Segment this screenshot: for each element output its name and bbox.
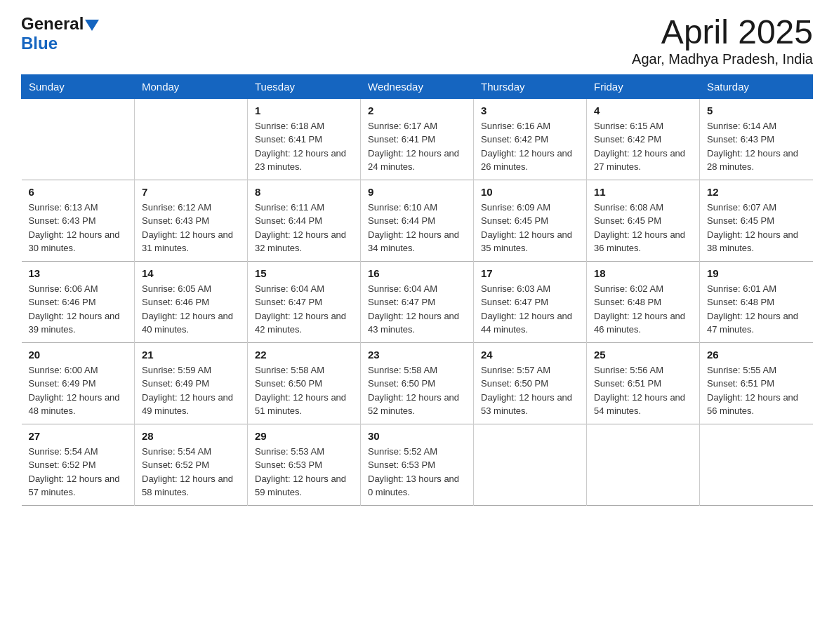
day-number: 12 xyxy=(707,186,806,198)
calendar-cell: 9Sunrise: 6:10 AMSunset: 6:44 PMDaylight… xyxy=(361,180,474,261)
day-info: Sunrise: 6:08 AMSunset: 6:45 PMDaylight:… xyxy=(594,201,692,255)
logo-triangle-icon xyxy=(85,20,99,31)
header-tuesday: Tuesday xyxy=(248,74,361,98)
header-friday: Friday xyxy=(587,74,700,98)
calendar-row: 6Sunrise: 6:13 AMSunset: 6:43 PMDaylight… xyxy=(22,180,813,261)
day-number: 16 xyxy=(368,267,466,279)
page-subtitle: Agar, Madhya Pradesh, India xyxy=(632,51,813,67)
day-info: Sunrise: 6:13 AMSunset: 6:43 PMDaylight:… xyxy=(29,201,128,255)
day-info: Sunrise: 5:59 AMSunset: 6:49 PMDaylight:… xyxy=(142,363,240,418)
calendar-cell: 11Sunrise: 6:08 AMSunset: 6:45 PMDayligh… xyxy=(587,180,700,261)
day-number: 27 xyxy=(29,430,128,442)
logo: General Blue xyxy=(21,14,99,53)
header-sunday: Sunday xyxy=(22,74,135,98)
day-info: Sunrise: 6:01 AMSunset: 6:48 PMDaylight:… xyxy=(707,282,806,337)
calendar-cell: 5Sunrise: 6:14 AMSunset: 6:43 PMDaylight… xyxy=(700,98,813,180)
calendar-cell: 7Sunrise: 6:12 AMSunset: 6:43 PMDaylight… xyxy=(135,180,248,261)
day-number: 30 xyxy=(368,430,466,442)
calendar-cell: 3Sunrise: 6:16 AMSunset: 6:42 PMDaylight… xyxy=(474,98,587,180)
calendar-cell xyxy=(474,424,587,505)
day-number: 9 xyxy=(368,186,466,198)
day-info: Sunrise: 6:17 AMSunset: 6:41 PMDaylight:… xyxy=(368,119,466,174)
calendar-cell: 25Sunrise: 5:56 AMSunset: 6:51 PMDayligh… xyxy=(587,342,700,424)
calendar-cell: 26Sunrise: 5:55 AMSunset: 6:51 PMDayligh… xyxy=(700,342,813,424)
day-info: Sunrise: 6:07 AMSunset: 6:45 PMDaylight:… xyxy=(707,201,806,255)
calendar-cell: 1Sunrise: 6:18 AMSunset: 6:41 PMDaylight… xyxy=(248,98,361,180)
day-number: 7 xyxy=(142,186,240,198)
day-info: Sunrise: 5:52 AMSunset: 6:53 PMDaylight:… xyxy=(368,445,466,499)
calendar-cell: 18Sunrise: 6:02 AMSunset: 6:48 PMDayligh… xyxy=(587,261,700,342)
calendar-cell: 6Sunrise: 6:13 AMSunset: 6:43 PMDaylight… xyxy=(22,180,135,261)
calendar-cell xyxy=(22,98,135,180)
day-info: Sunrise: 6:02 AMSunset: 6:48 PMDaylight:… xyxy=(594,282,692,337)
calendar-cell xyxy=(135,98,248,180)
day-info: Sunrise: 6:12 AMSunset: 6:43 PMDaylight:… xyxy=(142,201,240,255)
calendar-cell: 29Sunrise: 5:53 AMSunset: 6:53 PMDayligh… xyxy=(248,424,361,505)
day-number: 29 xyxy=(255,430,353,442)
day-info: Sunrise: 6:14 AMSunset: 6:43 PMDaylight:… xyxy=(707,119,806,174)
calendar-cell: 19Sunrise: 6:01 AMSunset: 6:48 PMDayligh… xyxy=(700,261,813,342)
page-title: April 2025 xyxy=(632,14,813,51)
day-info: Sunrise: 5:54 AMSunset: 6:52 PMDaylight:… xyxy=(142,445,240,499)
day-number: 15 xyxy=(255,267,353,279)
calendar-cell: 4Sunrise: 6:15 AMSunset: 6:42 PMDaylight… xyxy=(587,98,700,180)
calendar-body: 1Sunrise: 6:18 AMSunset: 6:41 PMDaylight… xyxy=(22,98,813,505)
calendar-header: Sunday Monday Tuesday Wednesday Thursday… xyxy=(22,74,813,98)
day-number: 22 xyxy=(255,349,353,361)
calendar-cell: 23Sunrise: 5:58 AMSunset: 6:50 PMDayligh… xyxy=(361,342,474,424)
calendar-cell: 21Sunrise: 5:59 AMSunset: 6:49 PMDayligh… xyxy=(135,342,248,424)
calendar-cell: 17Sunrise: 6:03 AMSunset: 6:47 PMDayligh… xyxy=(474,261,587,342)
calendar-cell: 22Sunrise: 5:58 AMSunset: 6:50 PMDayligh… xyxy=(248,342,361,424)
day-info: Sunrise: 6:00 AMSunset: 6:49 PMDaylight:… xyxy=(29,363,128,418)
header-row: Sunday Monday Tuesday Wednesday Thursday… xyxy=(22,74,813,98)
day-number: 19 xyxy=(707,267,806,279)
day-number: 1 xyxy=(255,105,353,116)
calendar-cell: 27Sunrise: 5:54 AMSunset: 6:52 PMDayligh… xyxy=(22,424,135,505)
calendar-row: 13Sunrise: 6:06 AMSunset: 6:46 PMDayligh… xyxy=(22,261,813,342)
day-info: Sunrise: 5:57 AMSunset: 6:50 PMDaylight:… xyxy=(481,363,579,418)
calendar-cell: 12Sunrise: 6:07 AMSunset: 6:45 PMDayligh… xyxy=(700,180,813,261)
page-header: General Blue April 2025 Agar, Madhya Pra… xyxy=(21,14,813,67)
day-info: Sunrise: 6:10 AMSunset: 6:44 PMDaylight:… xyxy=(368,201,466,255)
day-info: Sunrise: 5:54 AMSunset: 6:52 PMDaylight:… xyxy=(29,445,128,499)
day-number: 20 xyxy=(29,349,128,361)
calendar-row: 1Sunrise: 6:18 AMSunset: 6:41 PMDaylight… xyxy=(22,98,813,180)
day-info: Sunrise: 6:03 AMSunset: 6:47 PMDaylight:… xyxy=(481,282,579,337)
calendar-cell xyxy=(587,424,700,505)
calendar-row: 27Sunrise: 5:54 AMSunset: 6:52 PMDayligh… xyxy=(22,424,813,505)
day-number: 17 xyxy=(481,267,579,279)
day-info: Sunrise: 6:06 AMSunset: 6:46 PMDaylight:… xyxy=(29,282,128,337)
day-info: Sunrise: 5:58 AMSunset: 6:50 PMDaylight:… xyxy=(255,363,353,418)
day-info: Sunrise: 6:09 AMSunset: 6:45 PMDaylight:… xyxy=(481,201,579,255)
day-info: Sunrise: 5:53 AMSunset: 6:53 PMDaylight:… xyxy=(255,445,353,499)
day-info: Sunrise: 6:15 AMSunset: 6:42 PMDaylight:… xyxy=(594,119,692,174)
day-number: 21 xyxy=(142,349,240,361)
calendar-cell: 24Sunrise: 5:57 AMSunset: 6:50 PMDayligh… xyxy=(474,342,587,424)
day-number: 4 xyxy=(594,105,692,116)
calendar-cell: 30Sunrise: 5:52 AMSunset: 6:53 PMDayligh… xyxy=(361,424,474,505)
day-number: 11 xyxy=(594,186,692,198)
title-section: April 2025 Agar, Madhya Pradesh, India xyxy=(632,14,813,67)
day-number: 24 xyxy=(481,349,579,361)
day-number: 2 xyxy=(368,105,466,116)
day-number: 8 xyxy=(255,186,353,198)
calendar-cell: 28Sunrise: 5:54 AMSunset: 6:52 PMDayligh… xyxy=(135,424,248,505)
day-info: Sunrise: 6:18 AMSunset: 6:41 PMDaylight:… xyxy=(255,119,353,174)
calendar-cell: 16Sunrise: 6:04 AMSunset: 6:47 PMDayligh… xyxy=(361,261,474,342)
logo-blue-text: Blue xyxy=(21,34,99,53)
day-number: 18 xyxy=(594,267,692,279)
calendar-cell: 8Sunrise: 6:11 AMSunset: 6:44 PMDaylight… xyxy=(248,180,361,261)
day-info: Sunrise: 6:16 AMSunset: 6:42 PMDaylight:… xyxy=(481,119,579,174)
header-monday: Monday xyxy=(135,74,248,98)
calendar-cell: 10Sunrise: 6:09 AMSunset: 6:45 PMDayligh… xyxy=(474,180,587,261)
calendar-table: Sunday Monday Tuesday Wednesday Thursday… xyxy=(21,74,813,506)
day-number: 28 xyxy=(142,430,240,442)
header-thursday: Thursday xyxy=(474,74,587,98)
day-info: Sunrise: 5:56 AMSunset: 6:51 PMDaylight:… xyxy=(594,363,692,418)
day-info: Sunrise: 6:05 AMSunset: 6:46 PMDaylight:… xyxy=(142,282,240,337)
day-info: Sunrise: 6:11 AMSunset: 6:44 PMDaylight:… xyxy=(255,201,353,255)
day-info: Sunrise: 6:04 AMSunset: 6:47 PMDaylight:… xyxy=(255,282,353,337)
day-number: 23 xyxy=(368,349,466,361)
calendar-cell: 15Sunrise: 6:04 AMSunset: 6:47 PMDayligh… xyxy=(248,261,361,342)
calendar-cell: 20Sunrise: 6:00 AMSunset: 6:49 PMDayligh… xyxy=(22,342,135,424)
